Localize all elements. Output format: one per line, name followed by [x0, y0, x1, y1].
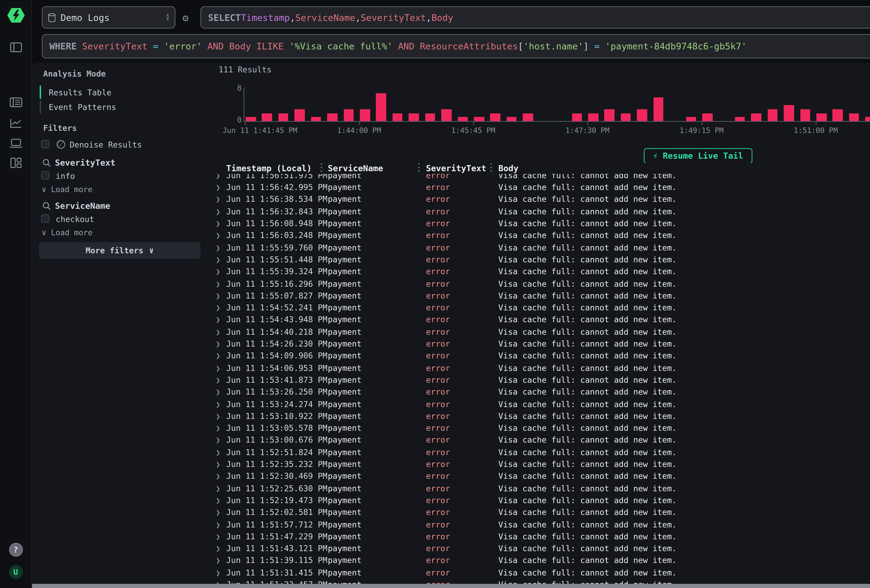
- histogram-bar[interactable]: [344, 109, 353, 121]
- select-query-input[interactable]: SELECT Timestamp, ServiceName, SeverityT…: [200, 6, 870, 28]
- table-row[interactable]: ❯Jun 11 1:51:39.115 PMpaymenterrorVisa c…: [207, 555, 870, 567]
- sidebar-item-results-table[interactable]: Results Table: [40, 86, 193, 99]
- histogram-bar[interactable]: [409, 113, 419, 121]
- table-row[interactable]: ❯Jun 11 1:55:16.296 PMpaymenterrorVisa c…: [207, 278, 870, 290]
- table-row[interactable]: ❯Jun 11 1:53:24.274 PMpaymenterrorVisa c…: [207, 398, 870, 410]
- table-row[interactable]: ❯Jun 11 1:53:41.873 PMpaymenterrorVisa c…: [207, 374, 870, 386]
- table-row[interactable]: ❯Jun 11 1:52:25.630 PMpaymenterrorVisa c…: [207, 482, 870, 494]
- table-row[interactable]: ❯Jun 11 1:56:32.843 PMpaymenterrorVisa c…: [207, 206, 870, 218]
- histogram-bar[interactable]: [849, 113, 859, 121]
- histogram-bar[interactable]: [457, 117, 468, 121]
- histogram-bar[interactable]: [441, 109, 451, 121]
- hyperdx-logo-icon[interactable]: [7, 8, 24, 22]
- table-row[interactable]: ❯Jun 11 1:54:43.948 PMpaymenterrorVisa c…: [207, 314, 870, 326]
- table-row[interactable]: ❯Jun 11 1:56:38.534 PMpaymenterrorVisa c…: [207, 194, 870, 206]
- load-more-servicename[interactable]: ∨ Load more: [42, 228, 92, 237]
- histogram-bar[interactable]: [507, 117, 517, 121]
- sidebar-item-event-patterns[interactable]: Event Patterns: [40, 100, 193, 113]
- table-row[interactable]: ❯Jun 11 1:56:03.248 PMpaymenterrorVisa c…: [207, 230, 870, 242]
- table-row[interactable]: ❯Jun 11 1:54:26.230 PMpaymenterrorVisa c…: [207, 338, 870, 350]
- help-button[interactable]: ?: [9, 543, 22, 557]
- histogram-bar[interactable]: [392, 113, 402, 121]
- table-row[interactable]: ❯Jun 11 1:55:59.760 PMpaymenterrorVisa c…: [207, 242, 870, 254]
- table-row[interactable]: ❯Jun 11 1:52:30.469 PMpaymenterrorVisa c…: [207, 470, 870, 482]
- histogram-bar[interactable]: [865, 117, 870, 121]
- table-row[interactable]: ❯Jun 11 1:52:02.581 PMpaymenterrorVisa c…: [207, 507, 870, 519]
- histogram-bar[interactable]: [588, 113, 598, 121]
- histogram-bar[interactable]: [490, 113, 501, 121]
- histogram-bar[interactable]: [311, 117, 321, 121]
- table-row[interactable]: ❯Jun 11 1:56:42.995 PMpaymenterrorVisa c…: [207, 182, 870, 194]
- table-row[interactable]: ❯Jun 11 1:54:09.906 PMpaymenterrorVisa c…: [207, 350, 870, 362]
- search-logs-icon[interactable]: [9, 97, 22, 107]
- table-row[interactable]: ❯Jun 11 1:52:51.824 PMpaymenterrorVisa c…: [207, 447, 870, 458]
- histogram-bar[interactable]: [784, 105, 794, 121]
- table-row[interactable]: ❯Jun 11 1:54:06.953 PMpaymenterrorVisa c…: [207, 362, 870, 374]
- histogram-bar[interactable]: [246, 117, 256, 121]
- where-query-input[interactable]: WHERE SeverityText = 'error' AND Body IL…: [42, 34, 870, 58]
- histogram-bar[interactable]: [621, 113, 631, 121]
- filter-checkbox-info[interactable]: [41, 171, 49, 180]
- table-row[interactable]: ❯Jun 11 1:54:52.241 PMpaymenterrorVisa c…: [207, 302, 870, 314]
- histogram-bar[interactable]: [572, 113, 582, 121]
- gear-icon[interactable]: ⚙: [182, 12, 189, 24]
- table-row[interactable]: ❯Jun 11 1:53:26.250 PMpaymenterrorVisa c…: [207, 386, 870, 398]
- histogram-bar[interactable]: [262, 113, 272, 121]
- column-header-servicename[interactable]: ServiceName: [328, 164, 383, 173]
- filter-value-checkout[interactable]: checkout: [56, 214, 94, 224]
- histogram-bar[interactable]: [360, 109, 370, 121]
- histogram-bar[interactable]: [833, 109, 843, 121]
- column-header-severitytext[interactable]: SeverityText: [426, 164, 486, 173]
- column-resize-handle[interactable]: •••: [319, 163, 323, 173]
- filter-value-info[interactable]: info: [56, 171, 75, 181]
- histogram-bar[interactable]: [816, 113, 827, 121]
- table-row[interactable]: ❯Jun 11 1:55:39.324 PMpaymenterrorVisa c…: [207, 266, 870, 278]
- table-row[interactable]: ❯Jun 11 1:55:51.448 PMpaymenterrorVisa c…: [207, 254, 870, 266]
- table-row[interactable]: ❯Jun 11 1:52:35.232 PMpaymenterrorVisa c…: [207, 458, 870, 470]
- histogram-bar[interactable]: [327, 113, 337, 121]
- table-row[interactable]: ❯Jun 11 1:51:23.457 PMpaymenterrorVisa c…: [207, 579, 870, 584]
- table-row[interactable]: ❯Jun 11 1:53:00.676 PMpaymenterrorVisa c…: [207, 435, 870, 447]
- table-row[interactable]: ❯Jun 11 1:51:43.121 PMpaymenterrorVisa c…: [207, 543, 870, 555]
- column-resize-handle[interactable]: •••: [417, 163, 421, 173]
- toggle-sidebar-icon[interactable]: [10, 42, 22, 52]
- filter-group-servicename[interactable]: ServiceName: [55, 201, 110, 211]
- histogram-bar[interactable]: [751, 113, 761, 121]
- table-row[interactable]: ❯Jun 11 1:53:05.578 PMpaymenterrorVisa c…: [207, 423, 870, 435]
- table-row[interactable]: ❯Jun 11 1:53:10.922 PMpaymenterrorVisa c…: [207, 410, 870, 423]
- table-row[interactable]: ❯Jun 11 1:56:08.948 PMpaymenterrorVisa c…: [207, 218, 870, 230]
- histogram-bar[interactable]: [425, 113, 435, 121]
- table-row[interactable]: ❯Jun 11 1:52:19.473 PMpaymenterrorVisa c…: [207, 495, 870, 507]
- histogram-bar[interactable]: [800, 109, 810, 121]
- resume-live-tail-button[interactable]: ⚡ Resume Live Tail: [644, 148, 752, 164]
- more-filters-button[interactable]: More filters ∨: [39, 242, 200, 259]
- horizontal-scrollbar-thumb[interactable]: [32, 584, 870, 588]
- sessions-icon[interactable]: [9, 138, 22, 148]
- histogram-bar[interactable]: [637, 109, 647, 121]
- table-row[interactable]: ❯Jun 11 1:51:57.712 PMpaymenterrorVisa c…: [207, 519, 870, 531]
- table-row[interactable]: ❯Jun 11 1:55:07.827 PMpaymenterrorVisa c…: [207, 290, 870, 302]
- load-more-severitytext[interactable]: ∨ Load more: [42, 185, 92, 194]
- histogram-bar[interactable]: [767, 109, 778, 121]
- column-resize-handle[interactable]: •••: [489, 163, 493, 173]
- histogram-bar[interactable]: [686, 117, 696, 121]
- horizontal-scrollbar[interactable]: [32, 584, 870, 588]
- source-selector[interactable]: Demo Logs ∧∨: [42, 6, 176, 28]
- histogram-bar[interactable]: [605, 109, 615, 121]
- table-row[interactable]: ❯Jun 11 1:54:40.218 PMpaymenterrorVisa c…: [207, 326, 870, 338]
- histogram-bar[interactable]: [523, 113, 533, 121]
- filter-checkbox-checkout[interactable]: [41, 214, 49, 223]
- denoise-checkbox[interactable]: [41, 140, 49, 148]
- table-row[interactable]: ❯Jun 11 1:51:47.229 PMpaymenterrorVisa c…: [207, 531, 870, 543]
- column-header-timestamp[interactable]: Timestamp (Local): [226, 164, 311, 173]
- histogram-bar[interactable]: [376, 93, 386, 121]
- histogram-bar[interactable]: [278, 113, 288, 121]
- histogram-bar[interactable]: [702, 113, 712, 121]
- table-row[interactable]: ❯Jun 11 1:51:31.415 PMpaymenterrorVisa c…: [207, 567, 870, 579]
- histogram-bar[interactable]: [653, 97, 663, 121]
- histogram-bar[interactable]: [735, 117, 745, 121]
- dashboards-icon[interactable]: [10, 158, 21, 168]
- user-avatar[interactable]: U: [9, 565, 22, 579]
- column-header-body[interactable]: Body: [498, 164, 518, 173]
- chart-explorer-icon[interactable]: [10, 118, 22, 128]
